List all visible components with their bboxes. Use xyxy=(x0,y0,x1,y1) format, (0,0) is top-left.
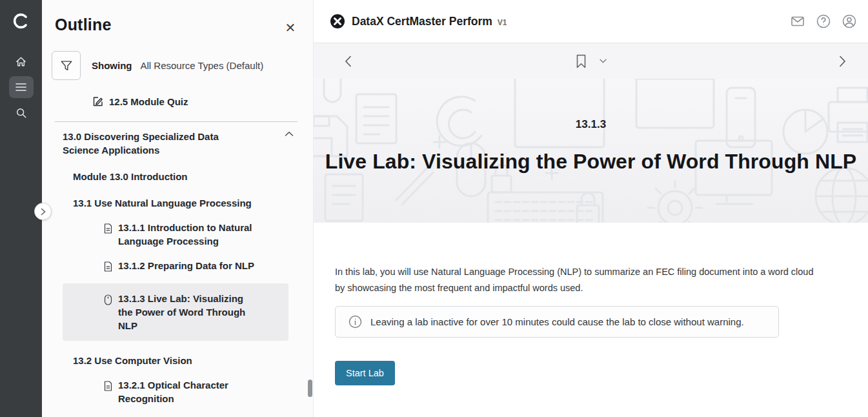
info-icon xyxy=(348,315,362,329)
account-button[interactable] xyxy=(838,10,860,32)
bookmark-menu-button[interactable] xyxy=(597,56,609,66)
search-button[interactable] xyxy=(9,102,34,124)
outline-item-label: 13.1.2 Preparing Data for NLP xyxy=(118,259,254,272)
app-title: DataX CertMaster Perform xyxy=(352,15,492,28)
outline-section-13-0[interactable]: 13.0 Discovering Specialized Data Scienc… xyxy=(63,130,288,157)
document-icon xyxy=(104,223,112,248)
inactivity-notice: Leaving a lab inactive for over 10 minut… xyxy=(335,306,779,338)
outline-item-module-13-0[interactable]: Module 13.0 Introduction xyxy=(73,170,313,183)
account-icon xyxy=(842,14,857,29)
chevron-right-icon xyxy=(41,208,46,216)
mouse-icon xyxy=(104,294,112,332)
lesson-body: In this lab, you will use Natural Langua… xyxy=(314,223,868,385)
outline-scrollbar-thumb[interactable] xyxy=(308,380,312,397)
resource-filter-row: Showing All Resource Types (Default) xyxy=(52,51,313,80)
page-title: Live Lab: Visualizing the Power of Word … xyxy=(314,150,868,174)
outline-item-13-1-1[interactable]: 13.1.1 Introduction to Natural Language … xyxy=(104,221,288,248)
outline-item-13-1[interactable]: 13.1 Use Natural Language Processing xyxy=(73,196,313,210)
notice-text: Leaving a lab inactive for over 10 minut… xyxy=(370,316,744,327)
outline-title: Outline xyxy=(55,15,313,34)
outline-item-label: 13.1.3 Live Lab: Visualizing the Power o… xyxy=(118,292,259,332)
bookmark-button[interactable] xyxy=(573,52,589,71)
mail-icon xyxy=(790,14,805,29)
outline-item-label: 13.0 Discovering Specialized Data Scienc… xyxy=(63,130,256,157)
outline-item-label: 13.2.1 Optical Character Recognition xyxy=(118,378,259,405)
main-content: DataX CertMaster Perform V1 xyxy=(313,0,868,417)
outline-item-label: 13.1.1 Introduction to Natural Language … xyxy=(118,221,259,248)
app-header: DataX CertMaster Perform V1 xyxy=(314,0,868,43)
chevron-down-icon xyxy=(600,59,607,63)
previous-page-button[interactable] xyxy=(342,53,354,70)
outline-tree: 13.0 Discovering Specialized Data Scienc… xyxy=(42,130,313,417)
outline-item-13-2-1[interactable]: 13.2.1 Optical Character Recognition xyxy=(104,378,288,405)
close-outline-button[interactable]: ✕ xyxy=(282,19,299,36)
filter-value: All Resource Types (Default) xyxy=(141,60,264,71)
lesson-toolbar xyxy=(314,43,868,79)
close-icon: ✕ xyxy=(285,21,296,35)
menu-icon xyxy=(15,83,26,92)
outline-panel: Outline ✕ Showing All Resource Types (De… xyxy=(42,0,313,417)
start-lab-button[interactable]: Start Lab xyxy=(335,361,395,385)
outline-item-13-2[interactable]: 13.2 Use Computer Vision xyxy=(73,354,313,367)
collapse-panel-button[interactable] xyxy=(34,203,52,220)
help-button[interactable] xyxy=(812,10,834,32)
outline-menu-button[interactable] xyxy=(9,76,34,98)
filter-funnel-icon xyxy=(60,59,73,72)
outline-item-label: 13.2 Use Computer Vision xyxy=(73,355,192,366)
datax-logo-icon xyxy=(330,14,345,29)
outline-divider xyxy=(55,121,298,122)
home-button[interactable] xyxy=(9,50,34,72)
section-number: 13.1.3 xyxy=(314,118,868,131)
edit-quiz-icon xyxy=(92,96,104,107)
outline-item-label: 12.5 Module Quiz xyxy=(109,96,188,107)
messages-button[interactable] xyxy=(787,10,809,32)
comptia-logo-icon xyxy=(0,0,42,41)
chevron-left-icon xyxy=(345,56,352,67)
lab-description: In this lab, you will use Natural Langua… xyxy=(335,264,816,296)
outline-item-13-1-3-selected[interactable]: 13.1.3 Live Lab: Visualizing the Power o… xyxy=(63,283,288,341)
app-version-badge: V1 xyxy=(498,18,507,27)
lesson-hero-banner: 13.1.3 Live Lab: Visualizing the Power o… xyxy=(314,79,868,223)
search-icon xyxy=(15,107,27,119)
outline-item-label: Module 13.0 Introduction xyxy=(73,171,188,182)
outline-item-module-quiz[interactable]: 12.5 Module Quiz xyxy=(92,96,313,107)
bookmark-icon xyxy=(576,54,587,68)
outline-item-13-1-2[interactable]: 13.1.2 Preparing Data for NLP xyxy=(104,259,288,272)
showing-label: Showing xyxy=(92,60,132,71)
next-page-button[interactable] xyxy=(836,53,849,70)
chevron-right-icon xyxy=(839,56,846,67)
document-icon xyxy=(104,261,112,272)
outline-item-label: 13.1 Use Natural Language Processing xyxy=(73,198,252,208)
home-icon xyxy=(15,56,27,68)
document-icon xyxy=(104,381,112,405)
filter-button[interactable] xyxy=(52,51,81,80)
chevron-up-icon[interactable] xyxy=(285,131,294,137)
help-icon xyxy=(816,14,831,29)
